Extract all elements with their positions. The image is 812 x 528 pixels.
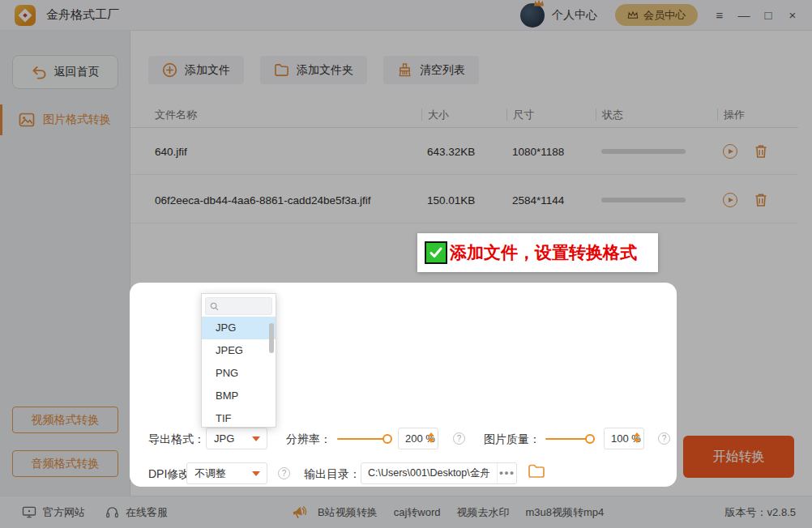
format-option-jpeg[interactable]: JPEG — [202, 339, 276, 362]
tutorial-callout: 添加文件，设置转换格式 — [417, 233, 658, 272]
scrollbar-thumb[interactable] — [269, 323, 274, 353]
resolution-label: 分辨率： — [286, 432, 331, 447]
tutorial-callout-text: 添加文件，设置转换格式 — [450, 241, 637, 264]
resolution-slider-handle[interactable] — [382, 434, 392, 444]
output-dir-label: 输出目录： — [304, 467, 361, 482]
format-search-box[interactable] — [205, 297, 272, 315]
quality-label: 图片质量： — [484, 432, 541, 447]
quality-slider[interactable] — [545, 438, 590, 440]
spin-down-icon[interactable] — [428, 439, 434, 443]
resolution-help-icon[interactable]: ? — [453, 432, 465, 445]
quality-help-icon[interactable]: ? — [658, 432, 670, 445]
resolution-spinner[interactable]: 200 % — [398, 428, 438, 449]
format-dropdown: JPG JPEG PNG BMP TIF — [201, 293, 276, 428]
export-format-value: JPG — [214, 432, 234, 445]
folder-icon — [528, 463, 545, 479]
browse-ellipsis-button[interactable]: ●●● — [497, 463, 516, 483]
export-format-label: 导出格式： — [148, 432, 205, 447]
output-dir-value: C:\Users\001\Desktop\金舟 — [361, 466, 497, 480]
quality-spinner[interactable]: 100 % — [604, 428, 644, 449]
caret-down-icon — [252, 471, 260, 476]
format-search-input[interactable] — [222, 300, 269, 312]
check-icon — [425, 241, 447, 264]
dpi-value: 不调整 — [194, 466, 226, 481]
format-option-tif[interactable]: TIF — [202, 407, 276, 428]
search-icon — [210, 302, 219, 311]
dpi-help-icon[interactable]: ? — [278, 467, 290, 479]
open-folder-button[interactable] — [528, 463, 545, 479]
format-option-bmp[interactable]: BMP — [202, 385, 276, 407]
format-option-png[interactable]: PNG — [202, 362, 276, 385]
format-option-jpg[interactable]: JPG — [202, 317, 276, 339]
spin-up-icon[interactable] — [428, 432, 434, 436]
dpi-select[interactable]: 不调整 — [186, 462, 267, 484]
spin-down-icon[interactable] — [634, 439, 640, 443]
resolution-slider[interactable] — [337, 438, 387, 440]
app-window: 金舟格式工厂 个人中心 会员中心 ≡ — □ × 返回首页 — [0, 0, 812, 528]
output-dir-input[interactable]: C:\Users\001\Desktop\金舟 ●●● — [361, 462, 517, 484]
quality-slider-handle[interactable] — [585, 434, 595, 444]
spin-up-icon[interactable] — [634, 432, 640, 436]
caret-down-icon — [252, 436, 260, 441]
export-format-select[interactable]: JPG — [206, 428, 267, 449]
